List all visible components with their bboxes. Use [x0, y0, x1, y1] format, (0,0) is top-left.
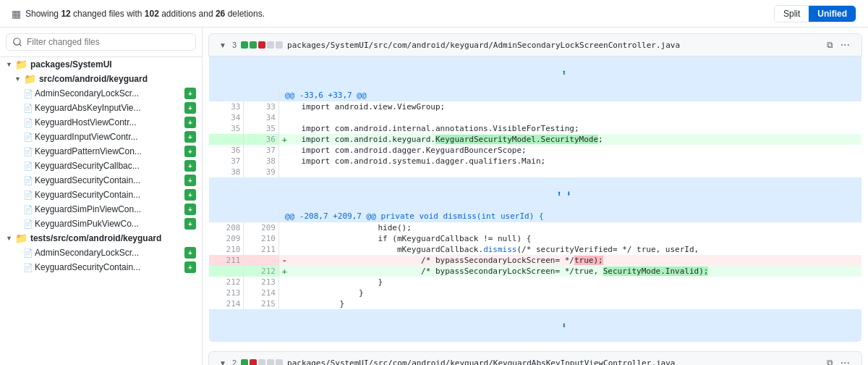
table-row: 212+ /* bypassSecondaryLockScreen= */tru…	[209, 266, 862, 277]
file-path-2: packages/SystemUI/src/com/android/keygua…	[287, 358, 822, 366]
file-label: KeyguardSecurityCallbac...	[35, 161, 182, 171]
file-label: KeyguardSimPukViewCo...	[35, 219, 182, 229]
sidebar-file[interactable]: 📄 KeyguardPatternViewCon... +	[0, 144, 202, 159]
sidebar-file[interactable]: 📄 KeyguardSimPinViewCon... +	[0, 202, 202, 217]
hunk-ln-1	[209, 89, 279, 101]
folder-icon: 📁	[24, 73, 36, 85]
folder-label: src/com/android/keyguard	[39, 74, 148, 84]
stat-r2-1	[250, 359, 257, 365]
add-badge: +	[184, 175, 196, 186]
sidebar-file[interactable]: 📄 KeyguardHostViewContr... +	[0, 115, 202, 130]
folder-icon: 📁	[15, 232, 27, 244]
split-button[interactable]: Split	[775, 6, 809, 22]
file-icon: 📄	[23, 89, 32, 98]
diff-panel: ▼ 3 packages/SystemUI/src/com/android/ke…	[203, 28, 868, 365]
more-btn-2[interactable]: ···	[838, 356, 853, 365]
table-row: 214215 }	[209, 298, 862, 309]
expand-up-icon-1[interactable]: ⬆	[561, 68, 566, 77]
hunk-code-1: @@ -33,6 +33,7 @@	[278, 89, 861, 101]
search-input[interactable]	[6, 33, 196, 51]
sidebar-folder[interactable]: ▼ 📁 tests/src/com/android/keyguard	[0, 231, 202, 246]
sidebar-file[interactable]: 📄 KeyguardAbsKeyInputVie... +	[0, 101, 202, 115]
table-row: 3637 import com.android.dagger.KeyguardB…	[209, 145, 862, 156]
hunk-header-1: @@ -33,6 +33,7 @@	[209, 89, 862, 101]
sidebar-file[interactable]: 📄 AdminSecondaryLockScr... +	[0, 86, 202, 101]
stat-gray-2	[276, 41, 283, 49]
table-row: 3434	[209, 112, 862, 123]
sidebar-file[interactable]: 📄 AdminSecondaryLockScr... +	[0, 246, 202, 260]
table-row: 3839	[209, 167, 862, 177]
stat-gr2-3	[276, 359, 283, 365]
view-toggle: Split Unified	[774, 5, 856, 22]
file-icon: 📄	[23, 248, 32, 258]
diff-num-2: 2	[232, 358, 237, 365]
sidebar-file[interactable]: 📄 KeyguardInputViewContr... +	[0, 130, 202, 144]
sidebar-file[interactable]: 📄 KeyguardSecurityCallbac... +	[0, 159, 202, 173]
file-icon: 📄	[23, 147, 32, 156]
collapse-btn-1[interactable]: ▼	[218, 41, 228, 49]
file-label: AdminSecondaryLockScr...	[35, 88, 182, 98]
table-row: 211- /* bypassSecondaryLockScreen= */tru…	[209, 255, 862, 266]
sidebar: ▼ 📁 packages/SystemUI▼ 📁 src/com/android…	[0, 28, 203, 365]
stat-g2-1	[241, 359, 248, 365]
sidebar-folder[interactable]: ▼ 📁 src/com/android/keyguard	[0, 72, 202, 86]
file-header-2: ▼ 2 packages/SystemUI/src/com/android/ke…	[208, 351, 862, 365]
stat-gr2-2	[267, 359, 274, 365]
sidebar-search	[0, 28, 202, 57]
add-badge: +	[184, 146, 196, 157]
hunk-ln-2	[209, 210, 279, 222]
add-badge: +	[184, 88, 196, 99]
file-label: KeyguardHostViewContr...	[35, 117, 182, 127]
diff-table-1: ⬆ @@ -33,6 +33,7 @@ 3333 import android.…	[208, 56, 862, 343]
hunk-code-2: @@ -208,7 +209,7 @@ private void dismiss…	[278, 210, 861, 222]
copy-icon-1[interactable]: ⧉	[827, 40, 833, 50]
collapse-btn-2[interactable]: ▼	[218, 359, 228, 366]
sidebar-file[interactable]: 📄 KeyguardSimPukViewCo... +	[0, 217, 202, 231]
diff-stat-1	[241, 41, 283, 49]
file-icon: 📄	[23, 176, 32, 185]
table-row: 209210 if (mKeyguardCallback != null) {	[209, 233, 862, 244]
add-badge: +	[184, 204, 196, 215]
copy-icon-2[interactable]: ⧉	[827, 358, 833, 365]
table-row: 3535 import com.android.internal.annotat…	[209, 123, 862, 134]
table-row: 3738 import com.android.systemui.dagger.…	[209, 156, 862, 167]
table-row: 213214 }	[209, 288, 862, 298]
file-icon: 📄	[23, 133, 32, 142]
stat-green-2	[250, 41, 257, 49]
table-row: 212213 }	[209, 277, 862, 288]
file-label: KeyguardSimPinViewCon...	[35, 204, 182, 214]
add-badge: +	[184, 189, 196, 201]
stat-gr2-1	[258, 359, 265, 365]
expand-mid-icon[interactable]: ⬆ ⬇	[557, 189, 571, 198]
file-label: KeyguardPatternViewCon...	[35, 146, 182, 156]
header: ▦ Showing 12 changed files with 102 addi…	[0, 0, 868, 28]
sidebar-file[interactable]: 📄 KeyguardSecurityContain... +	[0, 173, 202, 188]
file-icon: 📄	[23, 104, 32, 113]
hunk-header-2: @@ -208,7 +209,7 @@ private void dismiss…	[209, 210, 862, 222]
table-row: 3333 import android.view.ViewGroup;	[209, 101, 862, 112]
sidebar-file[interactable]: 📄 KeyguardSecurityContain... +	[0, 260, 202, 274]
hunk-expand-row-1: ⬆	[209, 56, 862, 89]
file-icon: 📄	[23, 118, 32, 127]
file-icon: 📄	[23, 205, 32, 214]
stat-gray-1	[267, 41, 274, 49]
chevron-icon: ▼	[6, 61, 12, 68]
diff-num-1: 3	[232, 41, 237, 49]
file-label: AdminSecondaryLockScr...	[35, 248, 182, 258]
hunk-expand-mid: ⬆ ⬇	[209, 177, 862, 210]
file-label: KeyguardSecurityContain...	[35, 175, 182, 185]
add-badge: +	[184, 160, 196, 172]
add-badge: +	[184, 261, 196, 273]
expand-icon[interactable]: ▦	[12, 8, 21, 20]
file-label: KeyguardAbsKeyInputVie...	[35, 103, 182, 113]
folder-label: packages/SystemUI	[30, 59, 112, 70]
expand-bot-icon[interactable]: ⬇	[561, 321, 566, 330]
add-badge: +	[184, 117, 196, 128]
layout: ▼ 📁 packages/SystemUI▼ 📁 src/com/android…	[0, 28, 868, 365]
more-btn-1[interactable]: ···	[838, 38, 853, 51]
sidebar-file[interactable]: 📄 KeyguardSecurityContain... +	[0, 188, 202, 202]
unified-button[interactable]: Unified	[809, 6, 856, 22]
stat-green-1	[241, 41, 248, 49]
sidebar-folder[interactable]: ▼ 📁 packages/SystemUI	[0, 57, 202, 72]
add-badge: +	[184, 131, 196, 143]
